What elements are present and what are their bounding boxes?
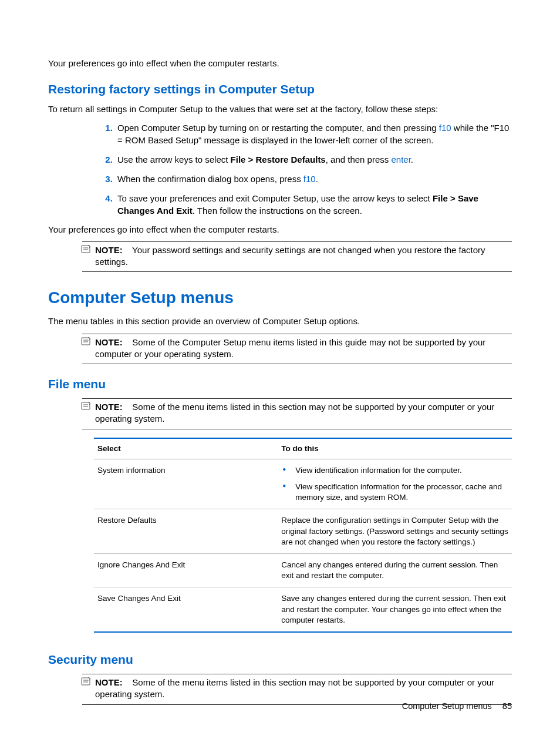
step-text: Use the arrow keys to select xyxy=(117,154,231,164)
heading-security-menu: Security menu xyxy=(48,653,512,667)
step-text: . Then follow the instructions on the sc… xyxy=(193,206,362,216)
list-item: View identification information for the … xyxy=(281,465,508,476)
menu-path: File > Restore Defaults xyxy=(231,154,326,164)
note-label: NOTE: xyxy=(95,337,123,347)
note-text: Your password settings and security sett… xyxy=(95,245,485,267)
cell-select: Ignore Changes And Exit xyxy=(94,554,278,587)
step-text: To save your preferences and exit Comput… xyxy=(117,193,433,203)
heading-file-menu: File menu xyxy=(48,377,512,391)
table-row: Ignore Changes And Exit Cancel any chang… xyxy=(94,554,512,587)
heading-menus: Computer Setup menus xyxy=(48,288,512,307)
bullet-list: View identification information for the … xyxy=(281,465,508,503)
restoring-intro: To return all settings in Computer Setup… xyxy=(48,103,512,115)
footer-page-number: 85 xyxy=(502,701,512,711)
note-restore: NOTE: Your password settings and securit… xyxy=(82,241,512,273)
step-4: To save your preferences and exit Comput… xyxy=(115,192,512,217)
cell-todo: View identification information for the … xyxy=(278,459,512,509)
key-enter: enter xyxy=(391,154,410,164)
cell-select: Save Changes And Exit xyxy=(94,587,278,632)
svg-rect-0 xyxy=(82,246,90,253)
step-text: , and then press xyxy=(326,154,392,164)
note-icon xyxy=(81,244,92,254)
note-icon xyxy=(81,401,92,411)
key-f10: f10 xyxy=(439,123,451,133)
menus-intro: The menu tables in this section provide … xyxy=(48,315,512,327)
intro-text: Your preferences go into effect when the… xyxy=(48,58,512,69)
note-menus: NOTE: Some of the Computer Setup menu it… xyxy=(82,334,512,365)
steps-list: Open Computer Setup by turning on or res… xyxy=(94,122,512,217)
file-menu-table: Select To do this System information Vie… xyxy=(94,438,512,633)
note-file-menu: NOTE: Some of the menu items listed in t… xyxy=(82,398,512,429)
step-text: Open Computer Setup by turning on or res… xyxy=(117,123,439,133)
cell-todo: Cancel any changes entered during the cu… xyxy=(278,554,512,587)
note-text: Some of the menu items listed in this se… xyxy=(95,402,494,424)
svg-rect-9 xyxy=(82,678,90,685)
step-text: . xyxy=(411,154,413,164)
footer-section: Computer Setup menus xyxy=(402,701,492,711)
note-label: NOTE: xyxy=(95,245,123,255)
table-row: Restore Defaults Replace the configurati… xyxy=(94,509,512,554)
step-3: When the confirmation dialog box opens, … xyxy=(115,173,512,185)
heading-restoring: Restoring factory settings in Computer S… xyxy=(48,82,512,96)
step-text: . xyxy=(316,174,318,184)
cell-todo: Replace the configuration settings in Co… xyxy=(278,509,512,554)
th-select: Select xyxy=(94,438,278,459)
note-label: NOTE: xyxy=(95,677,123,687)
cell-select: Restore Defaults xyxy=(94,509,278,554)
table-row: Save Changes And Exit Save any changes e… xyxy=(94,587,512,632)
note-icon xyxy=(81,677,92,686)
note-security-menu: NOTE: Some of the menu items listed in t… xyxy=(82,674,512,705)
note-text: Some of the Computer Setup menu items li… xyxy=(95,337,485,359)
svg-rect-6 xyxy=(82,402,90,409)
step-text: When the confirmation dialog box opens, … xyxy=(117,174,303,184)
th-todo: To do this xyxy=(278,438,512,459)
step-1: Open Computer Setup by turning on or res… xyxy=(115,122,512,146)
note-icon xyxy=(81,337,92,346)
table-header-row: Select To do this xyxy=(94,438,512,459)
list-item: View specification information for the p… xyxy=(281,482,508,503)
svg-rect-3 xyxy=(82,338,90,345)
key-f10: f10 xyxy=(303,174,316,184)
cell-select: System information xyxy=(94,459,278,509)
note-label: NOTE: xyxy=(95,402,123,412)
table-row: System information View identification i… xyxy=(94,459,512,509)
restoring-after: Your preferences go into effect when the… xyxy=(48,224,512,236)
step-2: Use the arrow keys to select File > Rest… xyxy=(115,153,512,166)
cell-todo: Save any changes entered during the curr… xyxy=(278,587,512,632)
page-footer: Computer Setup menus 85 xyxy=(402,701,512,711)
note-text: Some of the menu items listed in this se… xyxy=(95,677,494,699)
document-page: Your preferences go into effect when the… xyxy=(0,0,560,746)
